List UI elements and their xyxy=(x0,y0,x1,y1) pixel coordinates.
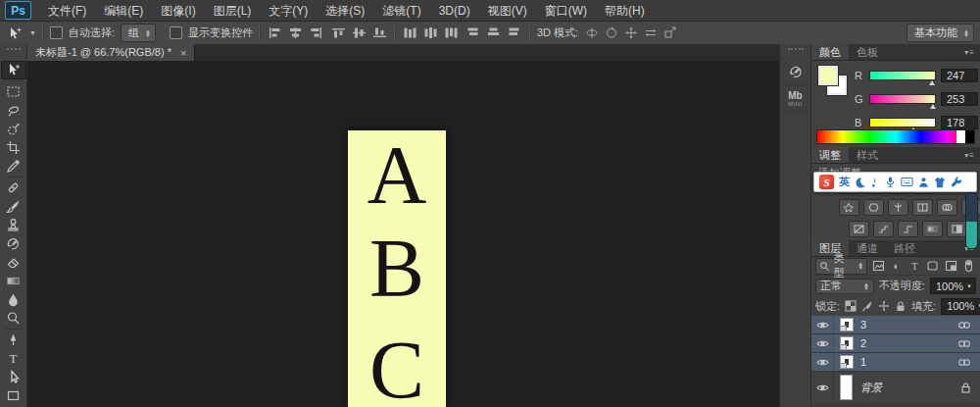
red-channel-value[interactable]: 247 xyxy=(941,69,978,82)
layer-filter-toggle-icon[interactable] xyxy=(962,259,976,273)
ime-language-mode[interactable]: 英 xyxy=(839,175,850,189)
auto-select-checkbox[interactable] xyxy=(50,26,63,39)
gradient-map-icon[interactable] xyxy=(922,221,943,237)
tool-quick-selection[interactable] xyxy=(1,120,26,138)
opacity-value-box[interactable]: 100% ▼ xyxy=(930,278,976,294)
foreground-color-swatch[interactable] xyxy=(818,66,838,85)
photo-filter-icon[interactable] xyxy=(937,199,957,216)
workspace-switcher[interactable]: 基本功能 xyxy=(906,24,974,42)
red-slider-thumb[interactable] xyxy=(929,80,935,85)
distribute-vertical-centers-icon[interactable] xyxy=(422,25,439,40)
menu-image[interactable]: 图像(I) xyxy=(152,0,204,22)
align-right-edges-icon[interactable] xyxy=(308,25,324,40)
tool-path-selection[interactable] xyxy=(1,368,26,386)
tool-history-brush[interactable] xyxy=(1,234,26,253)
layer-visibility-toggle[interactable] xyxy=(811,372,834,403)
ime-toolbox-wrench-icon[interactable] xyxy=(951,177,962,188)
green-slider-thumb[interactable] xyxy=(930,104,936,109)
tool-eraser[interactable] xyxy=(1,253,26,272)
menu-file[interactable]: 文件(F) xyxy=(39,0,95,22)
tool-eyedropper[interactable] xyxy=(1,157,26,176)
layer-row-background[interactable]: 背景 xyxy=(811,372,980,404)
layer-row-2[interactable]: 2 xyxy=(811,334,980,353)
distribute-bottom-edges-icon[interactable] xyxy=(443,25,460,40)
distribute-horizontal-centers-icon[interactable] xyxy=(486,25,503,40)
blend-mode-dropdown[interactable]: 正常 xyxy=(815,279,874,294)
hue-saturation-icon[interactable] xyxy=(863,199,884,216)
canvas-area[interactable]: A B C xyxy=(27,61,779,407)
align-horizontal-centers-icon[interactable] xyxy=(287,25,304,40)
filter-type-dropdown[interactable]: 类型 xyxy=(815,258,867,275)
layer-name[interactable]: 背景 xyxy=(860,381,882,395)
tool-brush[interactable] xyxy=(1,197,26,216)
invert-icon[interactable] xyxy=(849,221,869,237)
sogou-logo-icon[interactable]: S xyxy=(819,175,834,189)
tool-rectangle[interactable] xyxy=(1,386,26,405)
layer-visibility-toggle[interactable] xyxy=(811,353,834,371)
ime-fullhalf-moon-icon[interactable] xyxy=(855,177,865,188)
align-vertical-centers-icon[interactable] xyxy=(351,25,368,40)
green-channel-slider[interactable] xyxy=(869,94,936,104)
filter-pixel-layers-icon[interactable] xyxy=(871,260,885,272)
selective-color-icon[interactable] xyxy=(947,221,967,237)
fill-value-box[interactable]: 100% ▼ xyxy=(941,298,980,315)
layer-thumbnail[interactable] xyxy=(840,336,854,350)
red-channel-slider[interactable] xyxy=(869,71,936,80)
panel-menu-icon[interactable] xyxy=(959,147,980,163)
color-balance-icon[interactable] xyxy=(888,199,908,216)
menu-select[interactable]: 选择(S) xyxy=(317,0,373,22)
3d-drag-icon[interactable] xyxy=(623,25,639,40)
layer-visibility-toggle[interactable] xyxy=(811,316,834,333)
layer-name[interactable]: 1 xyxy=(860,356,866,368)
menu-view[interactable]: 视图(V) xyxy=(479,0,536,22)
document-canvas[interactable]: A B C xyxy=(348,130,446,407)
tool-move[interactable] xyxy=(1,61,26,79)
3d-scale-icon[interactable] xyxy=(662,25,678,40)
tab-color[interactable]: 颜色 xyxy=(811,44,849,60)
ime-punctuation-icon[interactable] xyxy=(870,177,880,188)
posterize-icon[interactable] xyxy=(873,221,894,237)
align-bottom-edges-icon[interactable] xyxy=(371,25,388,40)
menu-window[interactable]: 窗口(W) xyxy=(536,0,596,22)
blue-channel-value[interactable]: 178 xyxy=(941,116,978,129)
menu-help[interactable]: 帮助(H) xyxy=(596,0,654,22)
filter-smart-objects-icon[interactable] xyxy=(944,260,957,272)
lock-image-pixels-icon[interactable] xyxy=(861,300,873,312)
lock-all-icon[interactable] xyxy=(895,300,906,312)
tool-gradient[interactable] xyxy=(1,272,26,290)
menu-3d[interactable]: 3D(D) xyxy=(430,0,479,22)
vibrance-icon[interactable] xyxy=(839,199,859,216)
ime-microphone-icon[interactable] xyxy=(885,176,896,188)
toolbox-grip[interactable] xyxy=(7,48,21,56)
filter-adjustment-layers-icon[interactable]: ◐ xyxy=(890,260,904,272)
menu-edit[interactable]: 编辑(E) xyxy=(95,0,152,22)
panel-menu-icon[interactable] xyxy=(959,44,980,60)
spectrum-black-swatch[interactable] xyxy=(965,130,974,143)
layer-name[interactable]: 3 xyxy=(860,319,866,331)
tool-spot-healing-brush[interactable] xyxy=(1,178,26,197)
tool-crop[interactable] xyxy=(1,138,26,157)
ime-skin-shirt-icon[interactable] xyxy=(934,177,946,188)
mini-bridge-icon[interactable]: Mb MINI xyxy=(783,85,808,112)
layer-thumbnail[interactable] xyxy=(840,355,854,369)
tool-horizontal-type[interactable]: T xyxy=(1,349,26,368)
tab-channels[interactable]: 通道 xyxy=(849,240,886,256)
tab-close-icon[interactable]: × xyxy=(180,47,186,59)
ime-handwriting-person-icon[interactable] xyxy=(918,177,929,188)
menu-layer[interactable]: 图层(L) xyxy=(205,0,261,22)
tool-dodge[interactable] xyxy=(1,309,26,328)
layer-row-3[interactable]: 3 xyxy=(811,316,980,334)
menu-filter[interactable]: 滤镜(T) xyxy=(373,0,429,22)
layer-name[interactable]: 2 xyxy=(860,337,866,349)
tool-pen[interactable] xyxy=(1,331,26,349)
show-transform-checkbox[interactable] xyxy=(170,26,182,39)
align-left-edges-icon[interactable] xyxy=(267,25,283,40)
tab-swatches[interactable]: 色板 xyxy=(849,44,886,60)
lock-transparent-pixels-icon[interactable] xyxy=(845,300,857,312)
distribute-right-edges-icon[interactable] xyxy=(507,25,523,40)
3d-rotate-icon[interactable] xyxy=(584,25,600,40)
scrollbar-thumb[interactable] xyxy=(965,192,978,249)
filter-type-layers-icon[interactable]: T xyxy=(907,260,921,272)
menu-type[interactable]: 文字(Y) xyxy=(260,0,317,22)
color-spectrum-ramp[interactable] xyxy=(816,129,975,144)
